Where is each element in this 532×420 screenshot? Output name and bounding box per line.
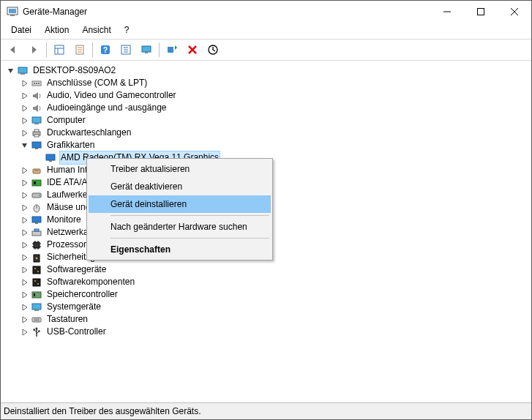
- node-software-components[interactable]: Softwarekomponenten: [5, 276, 531, 288]
- svg-rect-1: [9, 9, 16, 13]
- node-label: Anschlüsse (COM & LPT): [45, 77, 149, 89]
- node-label: Softwaregeräte: [45, 263, 108, 276]
- node-ports[interactable]: Anschlüsse (COM & LPT): [5, 77, 531, 89]
- node-print-queues[interactable]: Druckwarteschlangen: [5, 127, 531, 139]
- node-label: Druckwarteschlangen: [45, 127, 132, 139]
- svg-line-5: [511, 8, 518, 15]
- svg-point-30: [36, 83, 37, 84]
- sw-icon: [31, 277, 42, 288]
- node-usb[interactable]: USB-Controller: [5, 326, 531, 338]
- expander-icon[interactable]: [19, 90, 31, 102]
- toolbar: ?: [1, 40, 531, 61]
- close-button[interactable]: [498, 1, 531, 23]
- expander-icon[interactable]: [19, 289, 31, 301]
- expander-icon[interactable]: [19, 264, 31, 276]
- cpu-icon: [31, 239, 42, 251]
- node-system[interactable]: Systemgeräte: [5, 301, 531, 313]
- audio-icon: [31, 102, 42, 114]
- toolbar-remove-button[interactable]: [183, 40, 202, 59]
- toolbar-update-button[interactable]: [203, 40, 222, 59]
- node-display-adapters[interactable]: Grafikkarten: [5, 139, 531, 151]
- expander-icon[interactable]: [19, 115, 31, 127]
- menubar: Datei Aktion Ansicht ?: [1, 23, 531, 40]
- svg-rect-70: [32, 292, 41, 298]
- expander-icon[interactable]: [19, 127, 31, 139]
- svg-rect-64: [33, 266, 40, 274]
- node-software-devices[interactable]: Softwaregeräte: [5, 263, 531, 276]
- node-keyboards[interactable]: Tastaturen: [5, 313, 531, 326]
- svg-rect-36: [34, 135, 39, 137]
- ctx-scan-hardware[interactable]: Nach geänderter Hardware suchen: [89, 218, 271, 236]
- expander-icon[interactable]: [5, 65, 17, 77]
- expander-icon[interactable]: [19, 177, 31, 189]
- sys-icon: [31, 301, 42, 313]
- storage-icon: [31, 289, 42, 301]
- toolbar-back-button[interactable]: [4, 40, 23, 59]
- expander-icon[interactable]: [19, 326, 31, 338]
- node-label: Softwarekomponenten: [45, 276, 136, 288]
- svg-rect-51: [32, 231, 41, 236]
- toolbar-showhide-button[interactable]: [50, 40, 69, 59]
- node-audio-io[interactable]: Audioeingänge und -ausgänge: [5, 102, 531, 114]
- expander-icon[interactable]: [19, 165, 31, 176]
- device-manager-window: Geräte-Manager Datei Aktion Ansicht ? ? …: [0, 0, 532, 420]
- svg-rect-74: [32, 318, 41, 322]
- menu-file[interactable]: Datei: [5, 23, 37, 37]
- toolbar-forward-button[interactable]: [24, 40, 43, 59]
- expander-icon[interactable]: [19, 277, 31, 288]
- expander-icon[interactable]: [19, 190, 31, 201]
- svg-rect-43: [32, 180, 41, 186]
- menu-action[interactable]: Aktion: [39, 23, 75, 37]
- toolbar-monitor-button[interactable]: [137, 40, 156, 59]
- mouse-icon: [31, 202, 42, 214]
- maximize-button[interactable]: [464, 1, 498, 23]
- expander-icon[interactable]: [19, 78, 31, 89]
- svg-point-31: [38, 83, 40, 84]
- svg-rect-38: [35, 148, 38, 149]
- expander-icon[interactable]: [19, 227, 31, 239]
- expander-icon[interactable]: [19, 202, 31, 214]
- svg-rect-27: [20, 73, 25, 75]
- expander-icon: [33, 152, 45, 164]
- menu-help[interactable]: ?: [119, 23, 135, 37]
- svg-rect-35: [34, 130, 39, 132]
- menu-view[interactable]: Ansicht: [76, 23, 116, 37]
- node-storage[interactable]: Speichercontroller: [5, 288, 531, 301]
- tree-root[interactable]: DESKTOP-8S09AO2: [5, 64, 531, 77]
- hid-icon: [31, 165, 42, 176]
- toolbar-help-button[interactable]: ?: [96, 40, 115, 59]
- svg-point-65: [34, 268, 36, 269]
- svg-rect-71: [34, 293, 35, 296]
- ctx-update-driver[interactable]: Treiber aktualisieren: [89, 160, 271, 178]
- keyboard-icon: [31, 314, 42, 326]
- svg-rect-26: [18, 67, 27, 73]
- sw-icon: [31, 264, 42, 276]
- svg-rect-50: [35, 222, 38, 224]
- node-computer[interactable]: Computer: [5, 114, 531, 127]
- toolbar-scan-button[interactable]: [162, 40, 181, 59]
- toolbar-action-button[interactable]: [116, 40, 135, 59]
- minimize-button[interactable]: [430, 1, 464, 23]
- svg-rect-41: [33, 169, 40, 173]
- svg-rect-72: [32, 304, 41, 310]
- expander-icon[interactable]: [19, 239, 31, 251]
- ctx-separator: [110, 215, 269, 216]
- ctx-uninstall-device[interactable]: Gerät deinstallieren: [89, 195, 271, 213]
- ctx-properties[interactable]: Eigenschaften: [89, 241, 271, 258]
- expander-icon[interactable]: [19, 214, 31, 226]
- titlebar: Geräte-Manager: [1, 1, 531, 23]
- toolbar-properties-button[interactable]: [70, 40, 89, 59]
- expander-icon[interactable]: [19, 301, 31, 313]
- node-label: Grafikkarten: [45, 139, 96, 151]
- node-label: Systemgeräte: [45, 301, 102, 313]
- expander-icon[interactable]: [19, 102, 31, 114]
- node-av-game[interactable]: Audio, Video und Gamecontroller: [5, 89, 531, 102]
- ctx-disable-device[interactable]: Gerät deaktivieren: [89, 178, 271, 195]
- expander-icon[interactable]: [19, 314, 31, 326]
- svg-rect-44: [34, 181, 36, 184]
- expander-icon[interactable]: [19, 140, 31, 151]
- display-icon: [31, 214, 42, 226]
- svg-point-46: [39, 195, 40, 196]
- svg-rect-22: [168, 47, 173, 53]
- expander-icon[interactable]: [19, 252, 31, 263]
